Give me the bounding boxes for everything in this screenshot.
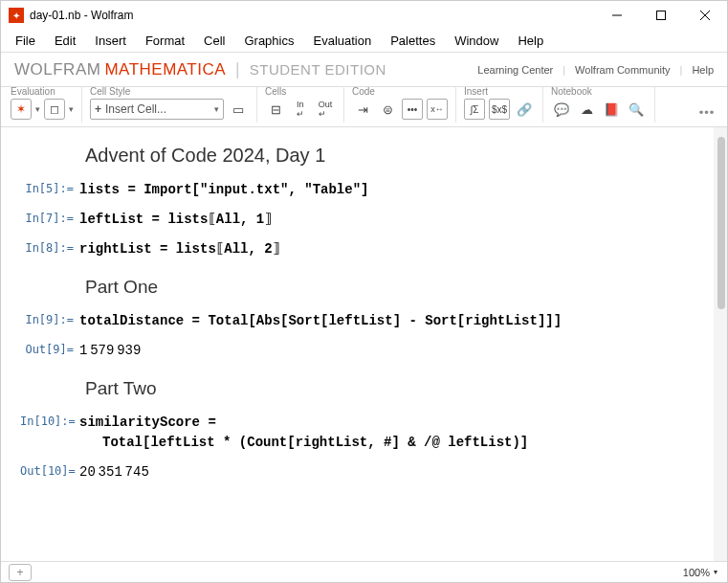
cell-content-out9[interactable]: 1 579 939 — [79, 341, 695, 361]
cell-content-out10[interactable]: 20 351 745 — [79, 462, 695, 482]
group-label-evaluation: Evaluation — [11, 86, 74, 97]
input-cell[interactable]: In[10]:= similarityScore = Total[leftLis… — [20, 413, 695, 453]
scrollbar-thumb[interactable] — [717, 137, 725, 309]
insert-math-button[interactable]: ∫Σ — [464, 99, 485, 120]
abort-button[interactable]: ◻ — [44, 99, 65, 120]
menu-evaluation[interactable]: Evaluation — [304, 32, 380, 50]
input-cell[interactable]: In[7]:= leftList = lists⟦All, 1⟧ — [20, 210, 695, 230]
toolbar: Evaluation ✶ ▾ ◻ ▾ Cell Style + Insert C… — [1, 87, 727, 127]
code-match-button[interactable]: x↔ — [427, 99, 448, 120]
section-part-two[interactable]: Part Two — [20, 378, 695, 399]
input-cell[interactable]: In[5]:= lists = Import["input.txt", "Tab… — [20, 180, 695, 200]
insert-special-button[interactable]: $x$ — [489, 99, 510, 120]
cell-label-in7: In[7]:= — [20, 210, 79, 225]
vertical-scrollbar[interactable] — [714, 127, 727, 561]
cell-label-out10: Out[10]= — [20, 462, 79, 478]
group-label-insert: Insert — [464, 86, 535, 97]
divide-cell-button[interactable]: ⊟ — [265, 99, 286, 120]
cell-out-button[interactable]: Out↵ — [315, 99, 336, 120]
titlebar: ✦ day-01.nb - Wolfram — [1, 1, 727, 30]
svg-rect-1 — [657, 11, 666, 20]
plus-icon: + — [95, 102, 101, 116]
input-cell[interactable]: In[8]:= rightList = lists⟦All, 2⟧ — [20, 239, 695, 259]
brand-bar: WOLFRAM MATHEMATICA | STUDENT EDITION Le… — [1, 53, 727, 87]
group-label-notebook: Notebook — [551, 86, 647, 97]
menubar: File Edit Insert Format Cell Graphics Ev… — [1, 30, 727, 53]
cell-label-in5: In[5]:= — [20, 180, 79, 195]
section-part-one[interactable]: Part One — [20, 277, 695, 298]
window-controls — [595, 1, 727, 30]
close-button[interactable] — [683, 1, 727, 30]
cell-label-out9: Out[9]= — [20, 341, 79, 356]
zoom-value: 100% — [683, 567, 710, 578]
code-convert-button[interactable]: ⇥ — [352, 99, 373, 120]
toolbar-overflow-button[interactable]: ••• — [696, 101, 717, 123]
menu-window[interactable]: Window — [446, 32, 507, 50]
menu-graphics[interactable]: Graphics — [235, 32, 302, 50]
cell-label-in10: In[10]:= — [20, 413, 79, 428]
cell-content-in5[interactable]: lists = Import["input.txt", "Table"] — [79, 180, 695, 200]
menu-edit[interactable]: Edit — [46, 32, 84, 50]
cell-content-in9[interactable]: totalDistance = Total[Abs[Sort[leftList]… — [79, 311, 695, 331]
insert-hyperlink-button[interactable]: 🔗 — [514, 99, 535, 120]
brand-edition: STUDENT EDITION — [250, 61, 386, 78]
cloud-button[interactable]: ☁ — [576, 99, 597, 120]
brand-separator: | — [235, 59, 240, 79]
chevron-down-icon: ▾ — [714, 568, 717, 576]
notebook-title[interactable]: Advent of Code 2024, Day 1 — [20, 145, 695, 167]
cell-content-in10[interactable]: similarityScore = Total[leftList * (Coun… — [79, 413, 695, 453]
cell-label-in9: In[9]:= — [20, 311, 79, 326]
notebook-area[interactable]: Advent of Code 2024, Day 1 In[5]:= lists… — [1, 127, 714, 561]
cell-label-in8: In[8]:= — [20, 239, 79, 255]
menu-file[interactable]: File — [7, 32, 44, 50]
maximize-button[interactable] — [639, 1, 683, 30]
link-learning-center[interactable]: Learning Center — [477, 64, 553, 76]
chevron-down-icon[interactable]: ▾ — [35, 104, 40, 114]
group-label-cells: Cells — [265, 86, 336, 97]
group-label-cellstyle: Cell Style — [90, 86, 249, 97]
output-cell[interactable]: Out[9]= 1 579 939 — [20, 341, 695, 361]
app-icon: ✦ — [9, 8, 24, 23]
group-label-code: Code — [352, 86, 448, 97]
code-iconize-button[interactable]: ••• — [402, 99, 423, 120]
menu-insert[interactable]: Insert — [86, 32, 135, 50]
chevron-down-icon[interactable]: ▾ — [69, 104, 74, 114]
footer: + 100% ▾ — [1, 561, 727, 582]
brand-wolfram: WOLFRAM — [14, 60, 100, 79]
insert-cell-label: Insert Cell... — [105, 102, 166, 116]
menu-palettes[interactable]: Palettes — [382, 32, 444, 50]
link-wolfram-community[interactable]: Wolfram Community — [575, 64, 670, 76]
chat-button[interactable]: 💬 — [551, 99, 572, 120]
chevron-down-icon: ▾ — [214, 104, 219, 114]
menu-help[interactable]: Help — [509, 32, 552, 50]
publish-button[interactable]: 📕 — [601, 99, 622, 120]
zoom-control[interactable]: 100% ▾ — [683, 567, 717, 578]
cell-in-button[interactable]: In↵ — [290, 99, 311, 120]
cell-content-in8[interactable]: rightList = lists⟦All, 2⟧ — [79, 239, 695, 259]
cell-style-button[interactable]: ▭ — [228, 99, 249, 120]
brand-links: Learning Center | Wolfram Community | He… — [477, 64, 714, 76]
output-cell[interactable]: Out[10]= 20 351 745 — [20, 462, 695, 482]
brand-mathematica: MATHEMATICA — [104, 60, 226, 79]
evaluate-button[interactable]: ✶ — [11, 99, 32, 120]
code-comment-button[interactable]: ⊜ — [377, 99, 398, 120]
menu-format[interactable]: Format — [137, 32, 193, 50]
add-cell-button[interactable]: + — [9, 564, 32, 581]
input-cell[interactable]: In[9]:= totalDistance = Total[Abs[Sort[l… — [20, 311, 695, 331]
window-title: day-01.nb - Wolfram — [30, 9, 595, 22]
menu-cell[interactable]: Cell — [195, 32, 233, 50]
insert-cell-dropdown[interactable]: + Insert Cell... ▾ — [90, 99, 224, 120]
link-help[interactable]: Help — [692, 64, 714, 76]
cell-content-in7[interactable]: leftList = lists⟦All, 1⟧ — [79, 210, 695, 230]
search-button[interactable]: 🔍 — [626, 99, 647, 120]
minimize-button[interactable] — [595, 1, 639, 30]
